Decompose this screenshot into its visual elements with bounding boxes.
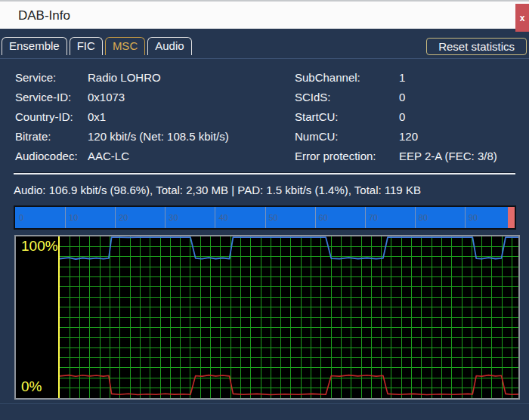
info-right: SubChannel:1SCIdS:0StartCU:0NumCU:120Err… (295, 68, 521, 166)
usage-tick-label: 30 (169, 213, 178, 222)
usage-tick (315, 207, 316, 228)
info-value: 0 (399, 107, 521, 127)
usage-tick-label: 90 (469, 213, 478, 222)
close-button[interactable]: x (515, 4, 529, 32)
info-label: StartCU: (295, 107, 399, 127)
info-row: Audiocodec:AAC-LC (15, 147, 287, 166)
separator-line (14, 172, 515, 174)
info-label: SubChannel: (295, 68, 399, 88)
pad-segment (508, 207, 515, 228)
info-row: NumCU:120 (295, 127, 521, 147)
usage-tick (365, 207, 366, 228)
tab-ensemble[interactable]: Ensemble (2, 37, 67, 55)
graph-inner: 100% 0% (16, 236, 518, 398)
usage-tick (465, 207, 466, 228)
audio-share-line (60, 237, 518, 259)
usage-tick (165, 207, 166, 228)
info-label: Error protection: (295, 147, 399, 166)
usage-tick (265, 207, 266, 228)
info-row: Service:Radio LOHRO (15, 68, 287, 88)
info-label: NumCU: (295, 127, 399, 147)
info-value: 1 (399, 68, 521, 88)
info-value: EEP 2-A (FEC: 3/8) (399, 147, 521, 166)
info-row: Country-ID:0x1 (15, 107, 287, 127)
info-label: Audiocodec: (15, 147, 88, 166)
info-row: Bitrate:120 kbit/s (Net: 108.5 kbit/s) (15, 127, 287, 147)
y-axis-max-label: 100% (21, 238, 58, 255)
info-row: Service-ID:0x1073 (15, 88, 287, 107)
usage-tick-label: 0 (19, 213, 23, 222)
info-row: StartCU:0 (295, 107, 521, 127)
usage-tick (415, 207, 416, 228)
info-value: AAC-LC (88, 147, 287, 166)
info-row: SubChannel:1 (295, 68, 521, 88)
info-value: Radio LOHRO (88, 68, 287, 88)
info-value: 0 (399, 88, 521, 107)
title-bar: DAB-Info x (0, 0, 529, 29)
info-value: 120 (399, 127, 521, 147)
usage-tick-label: 80 (419, 213, 428, 222)
usage-tick-label: 60 (319, 213, 328, 222)
tab-fic[interactable]: FIC (70, 37, 103, 55)
usage-tick (65, 207, 66, 228)
info-value: 0x1 (88, 107, 287, 127)
dab-info-window: DAB-Info x EnsembleFICMSCAudio Reset sta… (0, 0, 529, 420)
info-left: Service:Radio LOHROService-ID:0x1073Coun… (15, 68, 287, 166)
reset-statistics-button[interactable]: Reset statistics (426, 38, 527, 55)
close-icon: x (520, 13, 525, 23)
tab-bar: EnsembleFICMSCAudio (2, 37, 192, 55)
stats-line: Audio: 106.9 kbit/s (98.6%), Total: 2,30… (14, 184, 520, 196)
usage-tick-label: 10 (69, 213, 78, 222)
info-row: Error protection:EEP 2-A (FEC: 3/8) (295, 147, 521, 166)
usage-tick (215, 207, 215, 228)
tab-panel-edge (0, 58, 529, 59)
info-row: SCIdS:0 (295, 88, 521, 107)
bitrate-plot (60, 236, 518, 398)
bitrate-usage-bar: 0102030405060708090 (14, 205, 516, 230)
tab-audio[interactable]: Audio (147, 37, 191, 55)
y-axis-min-label: 0% (21, 378, 42, 395)
info-label: Service-ID: (15, 88, 88, 107)
tab-msc[interactable]: MSC (105, 37, 145, 55)
window-title: DAB-Info (18, 2, 70, 29)
usage-tick (115, 207, 116, 228)
usage-tick-label: 50 (269, 213, 278, 222)
info-label: Bitrate: (15, 127, 88, 147)
info-value: 120 kbit/s (Net: 108.5 kbit/s) (88, 127, 287, 147)
usage-tick-label: 70 (369, 213, 378, 222)
info-value: 0x1073 (88, 88, 287, 107)
info-label: SCIdS: (295, 88, 399, 107)
bottom-groove (0, 403, 529, 404)
usage-tick-label: 40 (218, 213, 227, 222)
bitrate-graph: 100% 0% (14, 235, 520, 400)
usage-tick-label: 20 (119, 213, 128, 222)
info-label: Service: (15, 68, 88, 88)
usage-bar-inner: 0102030405060708090 (15, 207, 515, 228)
info-label: Country-ID: (15, 107, 88, 127)
